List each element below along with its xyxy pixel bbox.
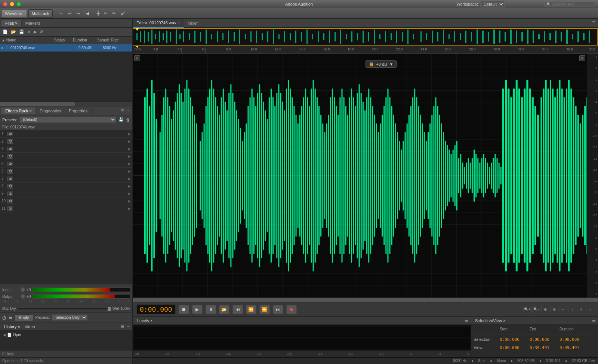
input-knob[interactable] xyxy=(21,287,25,292)
panel-menu-button[interactable]: ☰ xyxy=(120,21,125,25)
back-start-button[interactable]: |◀ xyxy=(83,10,90,17)
move-tool-button[interactable]: ← xyxy=(58,10,65,17)
slot-power-4[interactable]: ⏻ xyxy=(7,154,13,159)
open-file-button[interactable]: 📂 xyxy=(10,29,17,35)
slot-power-9[interactable]: ⏻ xyxy=(7,192,13,196)
waveform-scrollbar[interactable] xyxy=(133,298,598,302)
output-knob[interactable] xyxy=(21,294,25,299)
history-menu-btn[interactable]: ☰ xyxy=(120,324,125,329)
zoom-in-button[interactable]: 🔍+ xyxy=(523,306,531,313)
slot-power-8[interactable]: ⏻ xyxy=(7,184,13,189)
loop-play-button[interactable]: 📂 xyxy=(219,305,229,314)
play-button[interactable]: ▶ xyxy=(192,305,203,314)
effect-slot-7[interactable]: 7 ⏻ ▶ xyxy=(0,175,132,183)
search-input[interactable] xyxy=(544,1,597,7)
tab-levels[interactable]: Levels × xyxy=(135,318,155,323)
slot-power-2[interactable]: ⏻ xyxy=(7,139,13,144)
waveform-overview[interactable] xyxy=(133,28,598,46)
sv-view-end[interactable]: 0:39.491 xyxy=(530,345,560,350)
process-select[interactable]: Selection Only Entire File xyxy=(52,314,87,321)
fast-forward-button[interactable]: ⏩ xyxy=(259,305,270,314)
effect-slot-2[interactable]: 2 ⏻ ▶ xyxy=(0,138,132,145)
sv-view-start[interactable]: 0:00.000 xyxy=(500,345,530,350)
minimize-button[interactable] xyxy=(10,2,14,6)
tab-mixer[interactable]: Mixer xyxy=(184,19,201,28)
waveform-settings-btn-tl[interactable]: ⊞ xyxy=(134,55,140,61)
effect-slot-11[interactable]: 11 ⏻ ▶ xyxy=(0,205,132,212)
effect-slot-5[interactable]: 5 ⏻ ▶ xyxy=(0,160,132,168)
tab-properties[interactable]: Properties xyxy=(65,108,92,114)
tab-selection-view[interactable]: Selection/View × xyxy=(474,318,507,323)
effect-slot-3[interactable]: 3 ⏻ ▶ xyxy=(0,145,132,153)
presets-dropdown[interactable]: (Default) xyxy=(19,116,116,123)
waveform-canvas[interactable]: 🔒 +0 dB ▼ ⊞ ⊞ xyxy=(133,54,598,298)
list-item[interactable]: ▶ 🎵 00120746.wav 0:39.491 8000 Hz xyxy=(0,44,132,52)
effects-collapse-button[interactable]: ─ xyxy=(126,108,131,113)
save-file-button[interactable]: 💾 xyxy=(18,29,25,35)
zoom-out-h-button[interactable]: ⊖ xyxy=(550,306,558,313)
zoom-out-button[interactable]: 🔍- xyxy=(532,306,540,313)
tab-markers[interactable]: Markers xyxy=(22,20,44,27)
zoom-out-v-button[interactable]: - xyxy=(586,306,594,313)
col-name-header[interactable]: ▲ Name xyxy=(1,38,54,42)
auto-play-button[interactable]: ▶ xyxy=(33,29,38,35)
history-collapse-btn[interactable]: ─ xyxy=(126,324,131,329)
zoom-in-v-button[interactable]: + xyxy=(577,306,585,313)
waveform-main[interactable]: 🔒 +0 dB ▼ ⊞ ⊞ +1 -1 -2 xyxy=(133,54,598,298)
undo-button[interactable]: ↩ xyxy=(67,10,73,17)
tab-effects-rack[interactable]: Effects Rack × xyxy=(1,108,36,114)
slot-power-3[interactable]: ⏻ xyxy=(7,147,13,151)
panel-collapse-button[interactable]: ─ xyxy=(126,21,131,25)
tab-history[interactable]: History × xyxy=(1,324,22,329)
zoom-in-h-button[interactable]: ⊕ xyxy=(541,306,549,313)
zoom-fit-v-button[interactable]: ↕ xyxy=(568,306,576,313)
effect-slot-8[interactable]: 8 ⏻ ▶ xyxy=(0,183,132,190)
list-icon[interactable]: ☰ xyxy=(9,315,12,320)
effect-slot-4[interactable]: 4 ⏻ ▶ xyxy=(0,153,132,160)
apply-button[interactable]: Apply xyxy=(15,314,33,321)
paintbrush-button[interactable]: 🖌 xyxy=(119,10,126,17)
workspace-select[interactable]: Default xyxy=(480,1,505,7)
go-start-button[interactable]: ⏮ xyxy=(232,305,243,314)
effect-slot-6[interactable]: 6 ⏻ ▶ xyxy=(0,168,132,175)
redo-button[interactable]: ↪ xyxy=(75,10,81,17)
sv-menu-btn[interactable]: ☰ xyxy=(592,318,596,323)
editor-tab-close-icon[interactable]: × xyxy=(178,21,180,25)
multitrack-button[interactable]: Multitrack xyxy=(28,9,53,18)
go-end-button[interactable]: ⏭ xyxy=(273,305,283,314)
slot-power-6[interactable]: ⏻ xyxy=(7,169,13,174)
cut-button[interactable]: ✂ xyxy=(102,10,109,17)
effects-menu-button[interactable]: ☰ xyxy=(120,108,125,113)
mix-slider[interactable] xyxy=(18,308,111,310)
presets-delete-button[interactable]: 🗑 xyxy=(126,118,130,122)
files-scrollbar[interactable] xyxy=(0,102,132,106)
close-button[interactable] xyxy=(3,2,7,6)
effect-slot-1[interactable]: 1 ⏻ ▶ xyxy=(0,130,132,138)
record-button[interactable]: ⏺ xyxy=(286,305,297,314)
power-icon[interactable]: ⏻ xyxy=(2,315,6,320)
slot-power-5[interactable]: ⏻ xyxy=(7,162,13,166)
tab-files[interactable]: Files × xyxy=(1,20,22,27)
pencil-button[interactable]: ✏ xyxy=(111,10,117,17)
tab-video[interactable]: Video xyxy=(22,324,37,329)
time-ruler[interactable]: hms 2.0 4.0 6.0 8.0 10.0 12.0 14.0 16.0 … xyxy=(133,46,598,54)
pause-button[interactable]: ⏸ xyxy=(206,305,216,314)
tab-editor[interactable]: Editor: 00120746.wav × xyxy=(133,19,184,28)
editor-tab-menu-icon[interactable]: ☰ xyxy=(592,21,596,25)
effect-slot-10[interactable]: 10 ⏻ ▶ xyxy=(0,197,132,205)
rewind-button[interactable]: ⏪ xyxy=(246,305,256,314)
slot-power-1[interactable]: ⏻ xyxy=(7,132,13,136)
maximize-button[interactable] xyxy=(16,2,21,6)
tab-diagnostics[interactable]: Diagnostics xyxy=(36,108,65,114)
list-item[interactable]: ◀ 📄 Open xyxy=(1,332,131,337)
waveform-button[interactable]: Waveform xyxy=(1,9,27,18)
selection-tool-button[interactable]: ╋ xyxy=(95,10,101,17)
loop-button[interactable]: ↺ xyxy=(38,29,44,35)
stop-button[interactable]: ⏹ xyxy=(179,305,189,314)
zoom-fit-h-button[interactable]: ↔ xyxy=(559,306,567,313)
new-file-button[interactable]: 📄 xyxy=(1,29,9,35)
sv-selection-end[interactable]: 0:00.000 xyxy=(530,337,560,342)
slot-power-7[interactable]: ⏻ xyxy=(7,177,13,181)
slot-power-10[interactable]: ⏻ xyxy=(7,199,13,203)
effect-slot-9[interactable]: 9 ⏻ ▶ xyxy=(0,190,132,197)
